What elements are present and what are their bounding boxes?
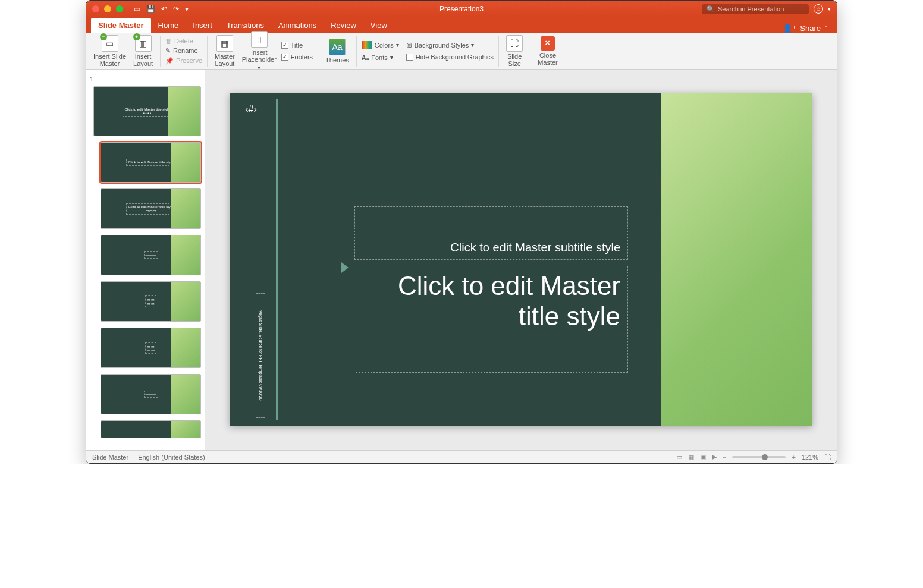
- layout-thumbnail-1[interactable]: Click to edit Master title style: [101, 142, 201, 183]
- search-input[interactable]: [718, 5, 804, 12]
- fonts-button[interactable]: AaFonts▾: [362, 54, 399, 61]
- preserve-button[interactable]: 📌Preserve: [165, 57, 202, 65]
- rename-button[interactable]: ✎Rename: [165, 47, 202, 55]
- zoom-out-button[interactable]: −: [723, 454, 726, 461]
- colors-icon: [362, 41, 372, 49]
- themes-button[interactable]: Aa Themes: [323, 37, 351, 65]
- tab-view[interactable]: View: [363, 18, 394, 33]
- save-icon[interactable]: 💾: [146, 5, 155, 13]
- themes-icon: Aa: [329, 39, 346, 55]
- background-styles-button[interactable]: ▨Background Styles▾: [406, 41, 494, 49]
- feedback-icon[interactable]: ☺: [814, 4, 823, 14]
- zoom-slider[interactable]: [732, 456, 786, 458]
- zoom-slider-thumb[interactable]: [762, 454, 768, 460]
- master-layout-icon: ▦: [216, 35, 233, 52]
- qat-dropdown-icon[interactable]: ▾: [185, 5, 189, 13]
- status-bar: Slide Master English (United States) ▭ ▦…: [86, 450, 837, 463]
- slide-size-button[interactable]: ⛶ Slide Size: [504, 34, 525, 68]
- fit-to-window-icon[interactable]: ⛶: [824, 454, 831, 461]
- search-box[interactable]: 🔍: [702, 4, 809, 14]
- sorter-view-icon[interactable]: ▦: [688, 453, 694, 461]
- document-title: Presentation3: [439, 5, 484, 13]
- status-language[interactable]: English (United States): [138, 454, 205, 461]
- hide-background-graphics-checkbox[interactable]: Hide Background Graphics: [406, 54, 494, 61]
- tab-review[interactable]: Review: [324, 18, 363, 33]
- slideshow-view-icon[interactable]: ▶: [712, 453, 717, 461]
- slide[interactable]: ‹#› Vegas Slide. Source for PPT Template…: [230, 93, 812, 426]
- feedback-dropdown-icon[interactable]: ▾: [828, 6, 831, 12]
- title-placeholder[interactable]: Click to edit Master title style: [356, 266, 628, 373]
- undo-icon[interactable]: ↶: [161, 5, 167, 13]
- status-view-name: Slide Master: [92, 454, 128, 461]
- fonts-icon: Aa: [362, 54, 369, 61]
- titlebar: ▭ 💾 ↶ ↷ ▾ Presentation3 🔍 ☺ ▾: [86, 1, 837, 17]
- layout-thumbnail-3[interactable]: ———: [101, 235, 201, 275]
- date-placeholder[interactable]: [256, 127, 265, 281]
- master-thumbnail[interactable]: Click to edit Master title style• • • •: [93, 86, 201, 136]
- footer-placeholder[interactable]: Vegas Slide. Source for PPT Templates 09…: [256, 293, 265, 418]
- thumbnail-pane[interactable]: 1 Click to edit Master title style• • • …: [86, 70, 205, 450]
- reading-view-icon[interactable]: ▣: [700, 453, 706, 461]
- close-window-button[interactable]: [92, 5, 99, 12]
- tab-animations[interactable]: Animations: [271, 18, 324, 33]
- zoom-window-button[interactable]: [116, 5, 123, 12]
- insert-slide-master-icon: +▭: [102, 35, 118, 52]
- footers-checkbox[interactable]: ✓Footers: [281, 54, 313, 61]
- close-icon: ✕: [541, 36, 555, 51]
- outline-view-icon[interactable]: ▭: [134, 5, 140, 13]
- ribbon-tabs: Slide Master Home Insert Transitions Ani…: [86, 17, 837, 33]
- quick-access-toolbar: ▭ 💾 ↶ ↷ ▾: [134, 5, 189, 13]
- master-layout-button[interactable]: ▦ Master Layout: [212, 34, 237, 68]
- normal-view-icon[interactable]: ▭: [676, 453, 682, 461]
- slide-number-placeholder[interactable]: ‹#›: [237, 102, 265, 117]
- layout-thumbnail-2[interactable]: Click to edit Master title style▭▭▭: [101, 188, 201, 229]
- share-icon[interactable]: 👤⁺: [783, 24, 796, 33]
- tab-slide-master[interactable]: Slide Master: [91, 18, 151, 33]
- minimize-window-button[interactable]: [104, 5, 111, 12]
- tab-home[interactable]: Home: [151, 18, 186, 33]
- search-icon: 🔍: [707, 5, 715, 13]
- close-master-button[interactable]: ✕ Close Master: [535, 35, 560, 67]
- slide-canvas-area[interactable]: ‹#› Vegas Slide. Source for PPT Template…: [205, 70, 837, 450]
- vertical-accent-line: [276, 99, 278, 420]
- triangle-marker: [341, 262, 349, 273]
- share-button[interactable]: Share: [800, 24, 821, 33]
- master-index: 1: [90, 76, 93, 83]
- rename-icon: ✎: [165, 47, 171, 55]
- title-checkbox[interactable]: ✓Title: [281, 42, 313, 49]
- delete-button[interactable]: 🗑Delete: [165, 37, 202, 45]
- preserve-icon: 📌: [165, 57, 174, 65]
- insert-placeholder-button[interactable]: ▯ Insert Placeholder ▾: [240, 30, 279, 72]
- colors-button[interactable]: Colors▾: [362, 41, 399, 49]
- delete-icon: 🗑: [165, 37, 172, 45]
- layout-thumbnail-4[interactable]: ▭ ▭▭ ▭: [101, 281, 201, 322]
- layout-thumbnail-6[interactable]: ———: [101, 374, 201, 414]
- collapse-ribbon-icon[interactable]: ˄: [824, 25, 827, 32]
- zoom-in-button[interactable]: +: [792, 454, 795, 461]
- workspace: 1 Click to edit Master title style• • • …: [86, 70, 837, 450]
- zoom-level[interactable]: 121%: [802, 454, 818, 461]
- ribbon: +▭ Insert Slide Master +▥ Insert Layout …: [86, 33, 837, 70]
- edit-group: 🗑Delete ✎Rename 📌Preserve: [165, 37, 202, 65]
- green-panel: [661, 93, 812, 426]
- layout-thumbnail-5[interactable]: ▭ ▭— —: [101, 328, 201, 368]
- background-styles-icon: ▨: [406, 41, 412, 49]
- insert-placeholder-icon: ▯: [251, 31, 268, 48]
- subtitle-placeholder[interactable]: Click to edit Master subtitle style: [354, 206, 628, 260]
- insert-layout-button[interactable]: +▥ Insert Layout: [131, 34, 155, 68]
- insert-slide-master-button[interactable]: +▭ Insert Slide Master: [91, 34, 128, 68]
- tab-insert[interactable]: Insert: [186, 18, 219, 33]
- redo-icon[interactable]: ↷: [173, 5, 179, 13]
- slide-size-icon: ⛶: [506, 35, 523, 52]
- layout-thumbnail-7[interactable]: [101, 420, 201, 438]
- app-window: ▭ 💾 ↶ ↷ ▾ Presentation3 🔍 ☺ ▾ Slide Mast…: [86, 0, 837, 464]
- window-controls: [92, 5, 123, 12]
- insert-layout-icon: +▥: [135, 35, 152, 52]
